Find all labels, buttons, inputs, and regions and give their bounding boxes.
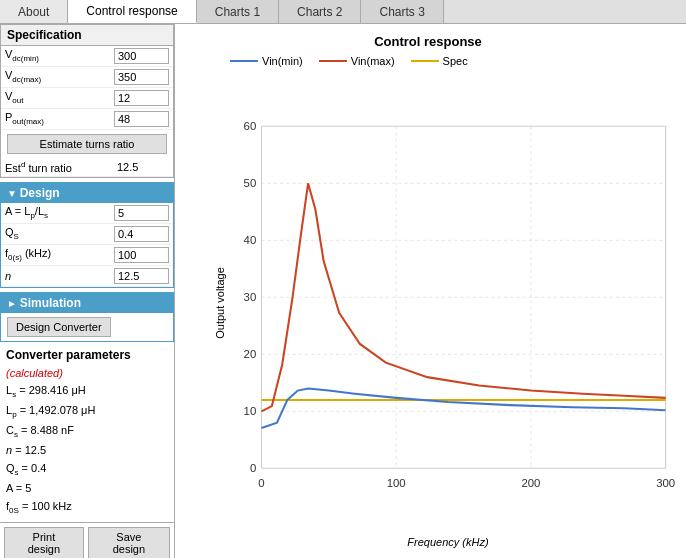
converter-calc-label: (calculated) <box>6 365 168 383</box>
legend-vinmax-label: Vin(max) <box>351 55 395 67</box>
legend-spec-label: Spec <box>443 55 468 67</box>
converter-a2: A = 5 <box>6 480 168 498</box>
svg-text:60: 60 <box>244 120 257 132</box>
param-row-vdcmax: Vdc(max) <box>1 67 173 88</box>
param-input-poutmax[interactable] <box>114 111 169 127</box>
converter-n: n = 12.5 <box>6 442 168 460</box>
chart-title: Control response <box>180 34 676 49</box>
x-axis-label: Frequency (kHz) <box>220 536 676 548</box>
svg-text:100: 100 <box>387 477 406 489</box>
save-design-button[interactable]: Save design <box>88 527 170 558</box>
param-label-poutmax: Pout(max) <box>5 111 114 126</box>
legend-vinmin-label: Vin(min) <box>262 55 303 67</box>
chart-wrapper: Output voltage <box>220 71 676 534</box>
param-label-vout: Vout <box>5 90 114 105</box>
specification-title: Specification <box>1 25 173 46</box>
converter-cs: Cs = 8.488 nF <box>6 422 168 442</box>
svg-text:50: 50 <box>244 177 257 189</box>
param-label-vdcmin: Vdc(min) <box>5 48 114 63</box>
tab-charts1[interactable]: Charts 1 <box>197 0 279 23</box>
chart-svg: 0 10 20 30 40 50 60 0 100 200 300 <box>220 71 676 534</box>
left-panel: Specification Vdc(min) Vdc(max) Vout Pou… <box>0 24 175 558</box>
param-label-n: n <box>5 270 114 282</box>
specification-section: Specification Vdc(min) Vdc(max) Vout Pou… <box>0 24 174 178</box>
legend-vinmax: Vin(max) <box>319 55 395 67</box>
svg-text:300: 300 <box>656 477 675 489</box>
y-axis-label: Output voltage <box>214 267 226 339</box>
converter-params-title: Converter parameters <box>6 346 168 365</box>
param-input-n[interactable] <box>114 268 169 284</box>
svg-text:200: 200 <box>521 477 540 489</box>
svg-text:0: 0 <box>258 477 264 489</box>
param-input-vdcmin[interactable] <box>114 48 169 64</box>
tab-charts3[interactable]: Charts 3 <box>361 0 443 23</box>
converter-lp: Lp = 1,492.078 μH <box>6 402 168 422</box>
param-row-f0s: f0(s) (kHz) <box>1 245 173 266</box>
main-area: Specification Vdc(min) Vdc(max) Vout Pou… <box>0 24 686 558</box>
chart-area: Control response Vin(min) Vin(max) Spec … <box>175 24 686 558</box>
legend-spec-line <box>411 60 439 62</box>
simulation-header[interactable]: Simulation <box>1 293 173 313</box>
param-input-vout[interactable] <box>114 90 169 106</box>
converter-ls: Ls = 298.416 μH <box>6 382 168 402</box>
tab-charts2[interactable]: Charts 2 <box>279 0 361 23</box>
legend-vinmin-line <box>230 60 258 62</box>
param-row-vout: Vout <box>1 88 173 109</box>
svg-text:20: 20 <box>244 348 257 360</box>
tab-bar: About Control response Charts 1 Charts 2… <box>0 0 686 24</box>
param-row-vdcmin: Vdc(min) <box>1 46 173 67</box>
converter-qs2: Qs = 0.4 <box>6 460 168 480</box>
svg-text:40: 40 <box>244 234 257 246</box>
svg-text:0: 0 <box>250 462 256 474</box>
estimate-turns-button[interactable]: Estimate turns ratio <box>7 134 167 154</box>
legend-vinmax-line <box>319 60 347 62</box>
design-section: Design A = Lp/Ls QS f0(s) (kHz) n <box>0 182 174 288</box>
param-input-a[interactable] <box>114 205 169 221</box>
param-label-turnratio: Estd turn ratio <box>5 160 114 174</box>
svg-text:10: 10 <box>244 405 257 417</box>
param-row-turnratio: Estd turn ratio 12.5 <box>1 158 173 177</box>
svg-text:30: 30 <box>244 291 257 303</box>
param-label-f0s: f0(s) (kHz) <box>5 247 114 262</box>
param-input-f0s[interactable] <box>114 247 169 263</box>
legend-vinmin: Vin(min) <box>230 55 303 67</box>
param-input-vdcmax[interactable] <box>114 69 169 85</box>
param-input-qs[interactable] <box>114 226 169 242</box>
design-converter-button[interactable]: Design Converter <box>7 317 111 337</box>
design-header[interactable]: Design <box>1 183 173 203</box>
chart-legend: Vin(min) Vin(max) Spec <box>230 55 676 67</box>
param-value-turnratio: 12.5 <box>114 161 169 173</box>
tab-control-response[interactable]: Control response <box>68 0 196 23</box>
print-design-button[interactable]: Print design <box>4 527 84 558</box>
param-label-qs: QS <box>5 226 114 241</box>
param-label-vdcmax: Vdc(max) <box>5 69 114 84</box>
param-label-a: A = Lp/Ls <box>5 205 114 220</box>
param-row-qs: QS <box>1 224 173 245</box>
converter-f0s2: f0S = 100 kHz <box>6 498 168 518</box>
legend-spec: Spec <box>411 55 468 67</box>
converter-params-section: Converter parameters (calculated) Ls = 2… <box>0 342 174 522</box>
param-row-a: A = Lp/Ls <box>1 203 173 224</box>
bottom-buttons: Print design Save design <box>0 522 174 558</box>
param-row-n: n <box>1 266 173 287</box>
simulation-section: Simulation Design Converter <box>0 292 174 342</box>
param-row-poutmax: Pout(max) <box>1 109 173 130</box>
tab-about[interactable]: About <box>0 0 68 23</box>
